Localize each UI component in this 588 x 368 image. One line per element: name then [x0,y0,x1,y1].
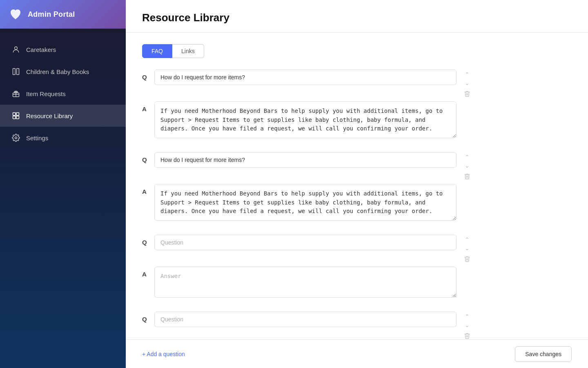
delete-button-1[interactable] [461,89,473,98]
delete-button-2[interactable] [461,172,473,181]
faq-question-input-wrap-3 [154,235,457,250]
faq-question-row-2: Q ⌃ ⌄ [142,152,572,181]
move-down-button-1[interactable]: ⌄ [461,79,473,87]
faq-question-row-4: Q ⌃ ⌄ [142,312,572,340]
faq-answer-row-1: A If you need Motherhood Beyond Bars to … [142,101,572,140]
footer-bar: + Add a question Save changes [126,339,588,368]
question-label-4: Q [142,312,152,323]
faq-pair-controls-3: ⌃ ⌄ [461,235,473,263]
faq-pair-controls-4: ⌃ ⌄ [461,312,473,340]
faq-question-input-wrap-2 [154,152,457,168]
delete-button-3[interactable] [461,254,473,263]
faq-answer-3[interactable] [154,267,457,298]
svg-rect-7 [16,113,19,116]
gift-icon [11,89,20,98]
move-down-button-3[interactable]: ⌄ [461,244,473,252]
sidebar-item-settings[interactable]: Settings [0,127,126,149]
main-content: Resource Library FAQ Links Q ⌃ ⌄ [126,0,588,368]
answer-label-1: A [142,101,152,112]
user-circle-icon [11,45,20,54]
save-changes-button[interactable]: Save changes [515,346,572,362]
faq-answer-input-wrap-1: If you need Motherhood Beyond Bars to he… [154,101,457,140]
sidebar-item-label: Item Requests [26,90,66,97]
faq-question-4[interactable] [154,312,457,327]
page-title: Resource Library [142,11,572,24]
tab-faq[interactable]: FAQ [142,44,172,58]
faq-question-row-1: Q ⌃ ⌄ [142,70,572,98]
faq-answer-input-wrap-3 [154,267,457,299]
sidebar-title: Admin Portal [28,10,75,19]
delete-button-4[interactable] [461,331,473,340]
move-up-button-3[interactable]: ⌃ [461,236,473,244]
sidebar-item-children-baby-books[interactable]: Children & Baby Books [0,61,126,83]
svg-rect-8 [13,116,16,119]
faq-question-input-wrap-1 [154,70,457,85]
faq-answer-1[interactable]: If you need Motherhood Beyond Bars to he… [154,101,457,138]
sidebar-item-caretakers[interactable]: Caretakers [0,38,126,61]
main-header: Resource Library [126,0,588,33]
faq-question-1[interactable] [154,70,457,85]
sidebar-nav: Caretakers Children & Baby Books Item Re… [0,29,126,368]
answer-label-3: A [142,267,152,278]
faq-answer-row-3: A [142,267,572,299]
book-icon [11,67,20,76]
grid-icon [11,111,20,120]
sidebar-item-label: Children & Baby Books [26,68,89,75]
faq-question-2[interactable] [154,152,457,168]
faq-pair-1: Q ⌃ ⌄ A If you need Motherhoo [142,70,572,140]
sidebar-item-item-requests[interactable]: Item Requests [0,83,126,105]
sidebar-header: Admin Portal [0,0,126,29]
move-up-button-1[interactable]: ⌃ [461,70,473,79]
sidebar-item-resource-library[interactable]: Resource Library [0,105,126,127]
faq-question-row-3: Q ⌃ ⌄ [142,235,572,263]
answer-label-2: A [142,184,152,195]
move-down-button-4[interactable]: ⌄ [461,321,473,329]
tab-links[interactable]: Links [172,44,204,58]
question-label-3: Q [142,235,152,246]
svg-rect-6 [13,113,16,116]
faq-question-3[interactable] [154,235,457,250]
sidebar-item-label: Resource Library [26,112,73,119]
logo-icon [8,7,23,22]
faq-question-input-wrap-4 [154,312,457,327]
settings-icon [11,133,20,142]
move-down-button-2[interactable]: ⌄ [461,162,473,170]
svg-rect-1 [13,69,16,75]
faq-pair-3: Q ⌃ ⌄ A [142,235,572,299]
question-label-2: Q [142,152,152,163]
faq-answer-input-wrap-2: If you need Motherhood Beyond Bars to he… [154,184,457,222]
tabs: FAQ Links [142,44,572,58]
faq-pair-controls-2: ⌃ ⌄ [461,152,473,181]
sidebar-item-label: Settings [26,135,48,141]
sidebar: Admin Portal Caretakers Children & Baby … [0,0,126,368]
move-up-button-4[interactable]: ⌃ [461,312,473,321]
svg-rect-2 [17,69,19,75]
content-area: FAQ Links Q ⌃ ⌄ [126,33,588,368]
svg-point-0 [15,47,18,49]
faq-answer-row-2: A If you need Motherhood Beyond Bars to … [142,184,572,222]
faq-pair-controls-1: ⌃ ⌄ [461,70,473,98]
question-label-1: Q [142,70,152,81]
svg-point-10 [15,137,17,139]
add-question-button[interactable]: + Add a question [142,351,185,357]
move-up-button-2[interactable]: ⌃ [461,153,473,161]
faq-answer-2[interactable]: If you need Motherhood Beyond Bars to he… [154,184,457,221]
svg-rect-9 [16,116,19,119]
sidebar-item-label: Caretakers [26,46,56,53]
faq-pair-2: Q ⌃ ⌄ A If you need Motherhoo [142,152,572,222]
